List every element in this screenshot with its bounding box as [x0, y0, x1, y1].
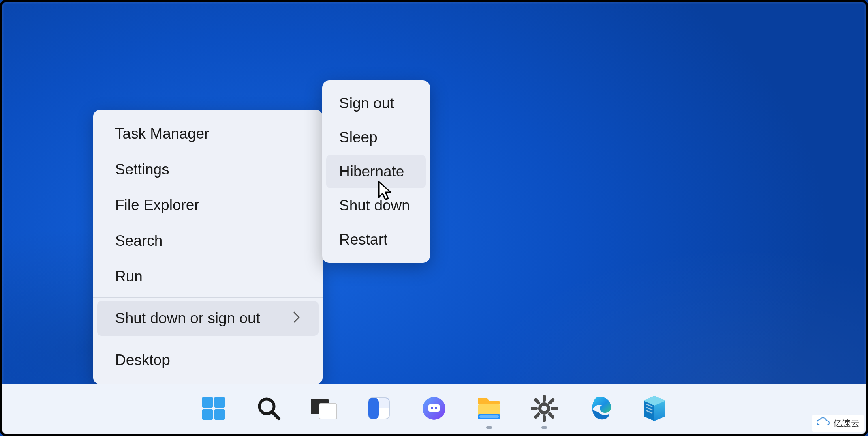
search-button[interactable]: [252, 393, 285, 425]
svg-line-5: [272, 412, 279, 419]
submenu-item-label: Shut down: [339, 197, 410, 214]
chat-icon: [421, 395, 447, 423]
svg-rect-12: [428, 404, 440, 412]
menu-separator: [93, 297, 323, 298]
menu-separator: [93, 339, 323, 339]
submenu-item-label: Restart: [339, 231, 387, 248]
app-icon: [642, 394, 667, 424]
svg-rect-7: [319, 404, 337, 419]
task-view-button[interactable]: [308, 393, 340, 425]
taskbar: [2, 384, 866, 434]
watermark-text: 亿速云: [833, 417, 860, 430]
widgets-icon: [366, 395, 392, 423]
svg-rect-3: [214, 409, 225, 420]
task-view-icon: [309, 395, 338, 423]
submenu-item-sleep[interactable]: Sleep: [326, 121, 426, 154]
cloud-icon: [816, 417, 830, 430]
svg-point-13: [431, 407, 433, 409]
file-explorer-icon: [475, 396, 503, 422]
svg-rect-9: [368, 398, 379, 419]
menu-item-label: Desktop: [115, 352, 170, 369]
chevron-right-icon: [293, 311, 301, 326]
svg-rect-0: [202, 397, 213, 408]
edge-icon: [586, 395, 613, 423]
menu-item-run[interactable]: Run: [97, 259, 319, 294]
svg-rect-1: [214, 397, 225, 408]
menu-item-shutdown-or-sign-out[interactable]: Shut down or sign out: [97, 301, 319, 336]
svg-line-25: [536, 414, 539, 417]
menu-item-label: Search: [115, 232, 162, 249]
winx-context-menu: Task Manager Settings File Explorer Sear…: [93, 110, 323, 384]
svg-rect-2: [202, 409, 213, 420]
svg-rect-10: [379, 398, 389, 408]
submenu-item-label: Hibernate: [339, 163, 404, 180]
watermark: 亿速云: [812, 415, 864, 432]
menu-item-file-explorer[interactable]: File Explorer: [97, 188, 319, 223]
submenu-item-label: Sign out: [339, 95, 394, 112]
app-button[interactable]: [638, 393, 671, 425]
svg-line-24: [550, 400, 553, 403]
svg-line-26: [550, 414, 553, 417]
submenu-item-restart[interactable]: Restart: [326, 223, 426, 256]
chat-button[interactable]: [418, 393, 450, 425]
shutdown-submenu: Sign out Sleep Hibernate Shut down Resta…: [322, 80, 430, 263]
search-icon: [256, 395, 282, 423]
submenu-item-label: Sleep: [339, 129, 378, 146]
gear-icon: [531, 395, 558, 423]
svg-point-18: [540, 404, 549, 413]
menu-item-search[interactable]: Search: [97, 223, 319, 258]
submenu-item-sign-out[interactable]: Sign out: [326, 87, 426, 120]
start-icon: [201, 395, 227, 423]
edge-button[interactable]: [583, 393, 616, 425]
settings-button[interactable]: [528, 393, 560, 425]
svg-line-23: [536, 400, 539, 403]
menu-item-desktop[interactable]: Desktop: [97, 343, 319, 378]
menu-item-task-manager[interactable]: Task Manager: [97, 116, 319, 151]
submenu-item-shut-down[interactable]: Shut down: [326, 189, 426, 222]
widgets-button[interactable]: [363, 393, 395, 425]
svg-point-14: [435, 407, 437, 409]
menu-item-label: File Explorer: [115, 197, 199, 214]
menu-item-label: Shut down or sign out: [115, 310, 260, 327]
submenu-item-hibernate[interactable]: Hibernate: [326, 155, 426, 188]
svg-rect-17: [479, 415, 499, 418]
start-button[interactable]: [197, 393, 230, 425]
menu-item-settings[interactable]: Settings: [97, 152, 319, 187]
menu-item-label: Settings: [115, 161, 169, 178]
menu-item-label: Task Manager: [115, 125, 209, 142]
file-explorer-button[interactable]: [473, 393, 505, 425]
menu-item-label: Run: [115, 268, 143, 285]
